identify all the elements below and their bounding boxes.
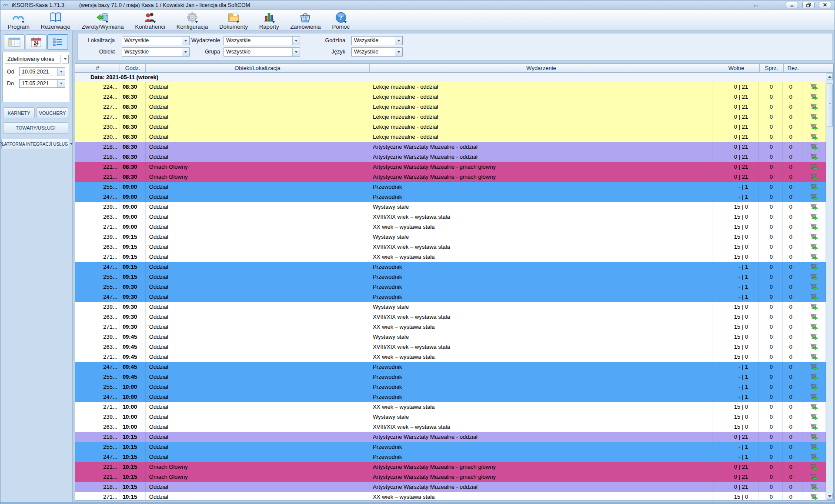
row-sell-button[interactable] <box>802 302 826 312</box>
table-row[interactable]: 239... 09:00 Oddział Wystawy stałe 15 | … <box>75 202 826 212</box>
toolbar-raporty-button[interactable]: Raporty <box>254 10 285 30</box>
scroll-down-button[interactable] <box>827 493 833 500</box>
row-sell-button[interactable] <box>802 462 826 472</box>
row-sell-button[interactable] <box>802 142 826 152</box>
row-sell-button[interactable] <box>802 412 826 422</box>
row-sell-button[interactable] <box>802 132 826 142</box>
vertical-scrollbar[interactable] <box>826 73 833 500</box>
table-row[interactable]: 263... 10:00 Oddział XVIII/XIX wiek – wy… <box>75 422 826 432</box>
table-row[interactable]: 255... 10:15 Oddział Przewodnik - | 1 0 … <box>75 442 826 452</box>
col-header-sold[interactable]: Sprz. <box>760 64 784 72</box>
table-row[interactable]: 230... 08:30 Oddział Lekcje muzealne - o… <box>75 122 826 132</box>
row-sell-button[interactable] <box>802 402 826 412</box>
tab-calendar-view[interactable]: 24 MAY <box>26 34 47 50</box>
table-row[interactable]: 247... 10:00 Oddział Przewodnik - | 1 0 … <box>75 392 826 402</box>
table-row[interactable]: 263... 09:45 Oddział XVIII/XIX wiek – wy… <box>75 342 826 352</box>
row-sell-button[interactable] <box>802 112 826 122</box>
row-sell-button[interactable] <box>802 332 826 342</box>
row-sell-button[interactable] <box>802 482 826 492</box>
col-header-event[interactable]: Wydarzenie <box>370 64 713 72</box>
table-row[interactable]: 221... 10:15 Gmach Główny Artystyczne Wa… <box>75 462 826 472</box>
wydarzenie-dropdown-button[interactable] <box>292 37 300 45</box>
row-sell-button[interactable] <box>802 282 826 292</box>
row-sell-button[interactable] <box>802 202 826 212</box>
row-sell-button[interactable] <box>802 432 826 442</box>
row-sell-button[interactable] <box>802 342 826 352</box>
row-sell-button[interactable] <box>802 162 826 172</box>
toolbar-zamowienia-button[interactable]: Zamówienia <box>284 10 326 30</box>
lokalizacja-combo[interactable]: Wszystkie <box>122 36 190 45</box>
toolbar-konfiguracja-button[interactable]: Konfiguracja <box>171 10 214 30</box>
platforma-integracji-button[interactable]: PLATFORMA INTEGRACJI USŁUG <box>1 139 70 149</box>
table-row[interactable]: 271... 10:00 Oddział XX wiek – wystawa s… <box>75 402 826 412</box>
table-row[interactable]: 221... 08:30 Gmach Główny Artystyczne Wa… <box>75 172 826 182</box>
table-row[interactable]: 255... 09:45 Oddział Przewodnik - | 1 0 … <box>75 372 826 382</box>
row-sell-button[interactable] <box>802 152 826 162</box>
wydarzenie-combo[interactable]: Wszystkie <box>224 36 300 45</box>
godzina-dropdown-button[interactable] <box>395 37 402 45</box>
table-row[interactable]: 271... 09:30 Oddział XX wiek – wystawa s… <box>75 322 826 332</box>
table-row[interactable]: 255... 09:15 Oddział Przewodnik - | 1 0 … <box>75 272 826 282</box>
table-row[interactable]: 239... 10:00 Oddział Wystawy stałe 15 | … <box>75 412 826 422</box>
table-row[interactable]: 230... 08:30 Oddział Lekcje muzealne - o… <box>75 132 826 142</box>
table-row[interactable]: 271... 10:15 Oddział XX wiek – wystawa s… <box>75 492 826 500</box>
table-row[interactable]: 224... 08:30 Oddział Lekcje muzealne - o… <box>75 82 826 92</box>
grupa-dropdown-button[interactable] <box>292 48 300 56</box>
tab-grid-view[interactable] <box>4 34 25 50</box>
row-sell-button[interactable] <box>802 182 826 192</box>
row-sell-button[interactable] <box>802 422 826 432</box>
row-sell-button[interactable] <box>802 172 826 182</box>
table-row[interactable]: 263... 09:30 Oddział XVIII/XIX wiek – wy… <box>75 312 826 322</box>
scrollbar-thumb[interactable] <box>827 83 833 127</box>
godzina-combo[interactable]: Wszystkie <box>351 36 403 45</box>
row-sell-button[interactable] <box>802 352 826 362</box>
table-row[interactable]: 271... 09:15 Oddział XX wiek – wystawa s… <box>75 252 826 262</box>
col-header-id[interactable]: # <box>75 64 120 72</box>
grupa-combo[interactable]: Wszystkie <box>224 47 300 57</box>
table-row[interactable]: 218... 10:15 Oddział Artystyczne Warszta… <box>75 482 826 492</box>
table-row[interactable]: 218... 10:15 Oddział Artystyczne Warszta… <box>75 432 826 442</box>
table-row[interactable]: 218... 08:30 Oddział Artystyczne Warszta… <box>75 142 826 152</box>
row-sell-button[interactable] <box>802 82 826 92</box>
vouchery-button[interactable]: VOUCHERY <box>37 107 68 118</box>
row-sell-button[interactable] <box>802 382 826 392</box>
minimize-button[interactable] <box>786 2 798 8</box>
karnety-button[interactable]: KARNETY <box>3 107 35 118</box>
table-row[interactable]: 247... 10:15 Oddział Przewodnik - | 1 0 … <box>75 452 826 462</box>
date-to-combo[interactable]: 17.05.2021 <box>19 79 65 88</box>
table-row[interactable]: 263... 09:00 Oddział XVIII/XIX wiek – wy… <box>75 212 826 222</box>
table-row[interactable]: 227... 08:30 Oddział Lekcje muzealne - o… <box>75 112 826 122</box>
table-row[interactable]: 227... 08:30 Oddział Lekcje muzealne - o… <box>75 102 826 112</box>
row-sell-button[interactable] <box>802 92 826 102</box>
table-row[interactable]: 239... 09:30 Oddział Wystawy stałe 15 | … <box>75 302 826 312</box>
row-sell-button[interactable] <box>802 232 826 242</box>
obiekt-combo[interactable]: Wszystkie <box>122 47 190 57</box>
table-row[interactable]: 271... 09:00 Oddział XX wiek – wystawa s… <box>75 222 826 232</box>
row-sell-button[interactable] <box>802 102 826 112</box>
row-sell-button[interactable] <box>802 442 826 452</box>
towary-uslugi-button[interactable]: TOWARY/USŁUGI <box>3 122 68 134</box>
date-from-dropdown-button[interactable] <box>57 68 65 76</box>
jezyk-combo[interactable]: Wszystkie <box>351 47 403 57</box>
date-from-combo[interactable]: 10.05.2021 <box>19 67 65 76</box>
toolbar-dokumenty-button[interactable]: Dokumenty <box>214 10 254 30</box>
table-row[interactable]: 221... 08:30 Gmach Główny Artystyczne Wa… <box>75 162 826 172</box>
table-row[interactable]: 271... 09:45 Oddział XX wiek – wystawa s… <box>75 352 826 362</box>
row-sell-button[interactable] <box>802 222 826 232</box>
table-row[interactable]: 263... 09:15 Oddział XVIII/XIX wiek – wy… <box>75 242 826 252</box>
col-header-free[interactable]: Wolne <box>713 64 760 72</box>
row-sell-button[interactable] <box>802 212 826 222</box>
row-sell-button[interactable] <box>802 312 826 322</box>
row-sell-button[interactable] <box>802 252 826 262</box>
row-sell-button[interactable] <box>802 392 826 402</box>
row-sell-button[interactable] <box>802 472 826 482</box>
table-row[interactable]: 255... 09:30 Oddział Przewodnik - | 1 0 … <box>75 282 826 292</box>
row-sell-button[interactable] <box>802 372 826 382</box>
date-to-dropdown-button[interactable] <box>57 80 65 87</box>
table-row[interactable]: 247... 09:30 Oddział Przewodnik - | 1 0 … <box>75 292 826 302</box>
table-row[interactable]: 218... 08:30 Oddział Artystyczne Warszta… <box>75 152 826 162</box>
toolbar-kontrahenci-button[interactable]: Kontrahenci <box>129 10 170 30</box>
toolbar-zwroty-button[interactable]: Zwroty/Wymiana <box>76 10 130 30</box>
row-sell-button[interactable] <box>802 272 826 282</box>
table-row[interactable]: 247... 09:15 Oddział Przewodnik - | 1 0 … <box>75 262 826 272</box>
